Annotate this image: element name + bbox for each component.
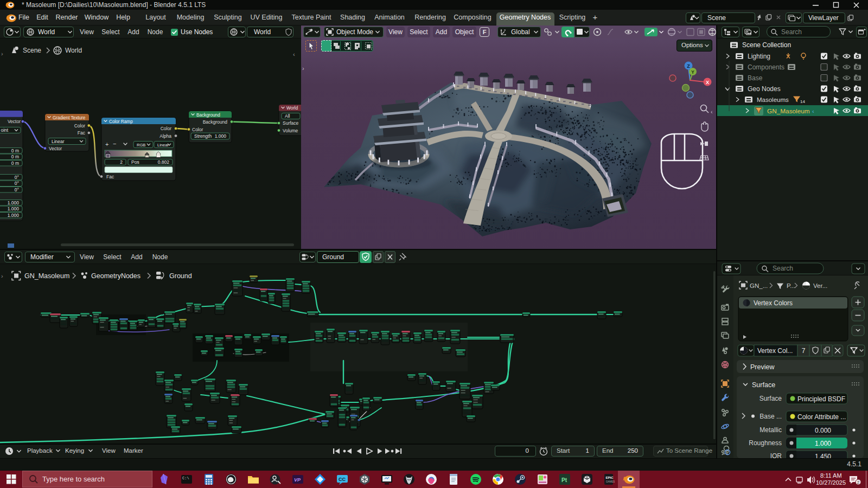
svg-text:1.000: 1.000 [8,213,20,218]
svg-text:0.000: 0.000 [815,427,831,434]
svg-text:EPIC: EPIC [606,476,614,479]
svg-text:Ground: Ground [169,272,192,280]
svg-text:−: − [113,140,116,147]
svg-text:X: X [706,80,709,85]
svg-text:Geo Nodes: Geo Nodes [748,85,781,93]
svg-text:0 m: 0 m [11,160,19,166]
svg-text:0°: 0° [15,187,19,192]
svg-text:2: 2 [857,480,860,485]
svg-text:IOR: IOR [770,452,782,458]
svg-text:Surface: Surface [283,120,299,126]
svg-text:Color: Color [161,126,171,131]
svg-text:Y: Y [691,69,694,75]
svg-text:Background: Background [203,119,228,125]
svg-text:Color Attribute ...: Color Attribute ... [797,413,846,421]
svg-text:VP: VP [294,477,301,483]
svg-text:0 m: 0 m [11,154,19,159]
svg-text:GN_Masoleum: GN_Masoleum [24,272,69,280]
svg-text:14: 14 [800,99,805,104]
svg-text:7: 7 [802,347,806,355]
svg-text:Scene: Scene [23,47,41,54]
svg-text:Vertex Col...: Vertex Col... [757,347,793,355]
svg-text:0°: 0° [15,175,19,180]
svg-text:Preview: Preview [750,363,775,371]
svg-text:2: 2 [120,159,123,165]
svg-text:GAMES: GAMES [606,480,615,483]
svg-text:Vector: Vector [49,146,62,151]
svg-text:Background: Background [196,113,220,118]
svg-text:Surface: Surface [752,381,775,389]
svg-text:1.000: 1.000 [215,133,227,139]
svg-text:Vector: Vector [8,119,21,124]
svg-text:0 m: 0 m [11,148,19,153]
svg-text:CC: CC [339,477,346,482]
svg-text:‹: ‹ [812,108,814,114]
svg-text:1.000: 1.000 [8,200,20,206]
svg-text:GeometryNodes: GeometryNodes [91,272,141,280]
svg-text:Alpha: Alpha [159,133,171,139]
svg-text:Metallic: Metallic [760,426,782,434]
svg-text:Linear: Linear [157,143,169,147]
svg-text:Base ...: Base ... [760,413,782,420]
svg-text:Surface: Surface [760,395,782,402]
svg-text:1.000: 1.000 [815,440,831,447]
svg-text:Pos: Pos [131,159,139,165]
svg-text:World: World [65,47,82,54]
svg-text:0°: 0° [15,181,19,186]
svg-text:Scene Collection: Scene Collection [742,41,791,49]
svg-text:+: + [105,141,108,147]
svg-text:Linear: Linear [52,139,65,144]
svg-text:1.450: 1.450 [815,453,831,459]
svg-text:P...: P... [787,282,795,289]
svg-text:›: › [1,273,3,279]
svg-text:Color Ramp: Color Ramp [109,119,133,124]
svg-text:Base: Base [748,74,763,82]
svg-text:Pt: Pt [561,477,567,483]
svg-text:Gradient Texture: Gradient Texture [53,115,86,120]
svg-text:Lighting: Lighting [748,53,770,60]
svg-text:Principled BSDF: Principled BSDF [797,395,845,403]
svg-text:Fac: Fac [78,130,86,136]
svg-text:Fac: Fac [106,174,114,179]
svg-text:Color: Color [74,123,85,129]
svg-text:Z: Z [687,63,690,69]
svg-text:oint: oint [1,127,9,133]
svg-text:Masoleums: Masoleums [757,97,789,103]
svg-text:All: All [285,113,290,119]
svg-text:Color: Color [192,127,203,132]
svg-text:Strength: Strength [194,133,212,139]
svg-text:1.000: 1.000 [8,206,20,211]
svg-text:Components: Components [748,63,784,71]
svg-text:RGB: RGB [137,143,145,147]
svg-text:Volume: Volume [283,128,298,133]
svg-text:GN_Masoleum: GN_Masoleum [767,107,810,115]
svg-text:World: World [286,106,298,111]
svg-text:GN_...: GN_... [750,282,768,289]
svg-text:Roughness: Roughness [749,439,782,447]
svg-text:0.802: 0.802 [158,159,170,165]
svg-text:Vertex Colors: Vertex Colors [754,299,793,307]
svg-text:Search: Search [773,265,793,272]
svg-text:C:\: C:\ [182,476,189,480]
svg-text:Ver...: Ver... [813,282,827,289]
